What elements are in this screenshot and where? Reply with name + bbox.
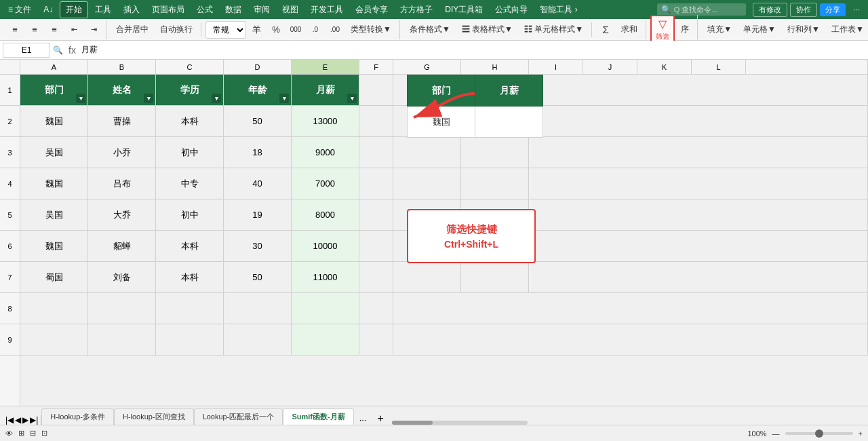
filter-arrow-B1[interactable]: ▾ bbox=[144, 94, 153, 103]
filter-arrow-E1[interactable]: ▾ bbox=[347, 94, 357, 103]
indent-dec-btn[interactable]: ⇤ bbox=[64, 20, 83, 39]
worksheet-btn[interactable]: 工作表▼ bbox=[826, 22, 868, 37]
cell-D7[interactable]: 50 bbox=[224, 262, 292, 293]
zoom-slider-thumb[interactable] bbox=[815, 429, 823, 438]
menu-ffgz[interactable]: 方方格子 bbox=[395, 2, 438, 18]
menu-page-layout[interactable]: 页面布局 bbox=[146, 2, 190, 18]
row-col-btn[interactable]: 行和列▼ bbox=[782, 22, 825, 37]
menu-hamburger[interactable]: ≡ 文件 bbox=[3, 2, 37, 18]
table-style-btn[interactable]: ☰ 表格样式▼ bbox=[456, 22, 518, 37]
share-btn[interactable]: 分享 bbox=[820, 3, 846, 16]
tab-last-btn[interactable]: ▶| bbox=[30, 415, 38, 425]
cell-D3[interactable]: 18 bbox=[224, 137, 292, 168]
cell-B6[interactable]: 貂蝉 bbox=[88, 231, 156, 262]
decimal-sub-btn[interactable]: .00 bbox=[326, 20, 344, 39]
tab-next-btn[interactable]: ▶ bbox=[22, 415, 28, 425]
cell-A9[interactable] bbox=[20, 324, 88, 356]
cell-B9[interactable] bbox=[88, 324, 156, 356]
cell-E5[interactable]: 8000 bbox=[292, 199, 359, 231]
menu-data[interactable]: 数据 bbox=[220, 2, 247, 18]
has-edit-btn[interactable]: 有修改 bbox=[753, 3, 787, 17]
zoom-slider-track[interactable] bbox=[785, 432, 853, 435]
cell-D2[interactable]: 50 bbox=[224, 106, 292, 137]
indent-inc-btn[interactable]: ⇥ bbox=[84, 20, 103, 39]
menu-dev-tools[interactable]: 开发工具 bbox=[305, 2, 349, 18]
tab-hlookup-multi[interactable]: H-lookup-多条件 bbox=[41, 408, 114, 425]
collaborate-btn[interactable]: 协作 bbox=[790, 3, 817, 17]
cell-style-btn[interactable]: ☷ 单元格样式▼ bbox=[519, 22, 589, 37]
cell-A7[interactable]: 蜀国 bbox=[20, 262, 88, 293]
cell-B8[interactable] bbox=[88, 293, 156, 324]
percent-btn[interactable]: % bbox=[267, 20, 285, 39]
cell-C3[interactable]: 初中 bbox=[156, 137, 224, 168]
menu-start[interactable]: 开始 bbox=[60, 1, 88, 18]
align-right-btn[interactable]: ≡ bbox=[45, 20, 64, 39]
more-menu-btn[interactable]: ··· bbox=[848, 4, 865, 15]
wrap-text-btn[interactable]: 自动换行 bbox=[155, 22, 198, 37]
cell-C8[interactable] bbox=[156, 293, 224, 324]
menu-review[interactable]: 审阅 bbox=[248, 2, 275, 18]
cell-C9[interactable] bbox=[156, 324, 224, 356]
filter-arrow-D1[interactable]: ▾ bbox=[279, 94, 289, 103]
cell-A8[interactable] bbox=[20, 293, 88, 324]
yuan-btn[interactable]: 羊 bbox=[247, 20, 266, 39]
cell-D5[interactable]: 19 bbox=[224, 199, 292, 231]
cell-B2[interactable]: 曹操 bbox=[88, 106, 156, 137]
merge-center-btn[interactable]: 合并居中 bbox=[111, 22, 154, 37]
cell-A3[interactable]: 吴国 bbox=[20, 137, 88, 168]
cell-E6[interactable]: 10000 bbox=[292, 231, 359, 262]
filter-arrow-C1[interactable]: ▾ bbox=[212, 94, 221, 103]
cell-C4[interactable]: 中专 bbox=[156, 168, 224, 199]
menu-format[interactable]: A↓ bbox=[38, 3, 58, 16]
cell-E8[interactable] bbox=[292, 293, 359, 324]
cell-C2[interactable]: 本科 bbox=[156, 106, 224, 137]
find-replace-btn[interactable]: 求和 bbox=[616, 22, 643, 37]
menu-member[interactable]: 会员专享 bbox=[350, 2, 393, 18]
cell-C1[interactable]: 学历 ▾ bbox=[156, 75, 224, 106]
cell-D1[interactable]: 年龄 ▾ bbox=[224, 75, 292, 106]
cell-D4[interactable]: 40 bbox=[224, 168, 292, 199]
filter-btn[interactable]: ▽ 筛选 bbox=[650, 15, 675, 44]
cell-B7[interactable]: 刘备 bbox=[88, 262, 156, 293]
menu-diy[interactable]: DIY工具箱 bbox=[439, 2, 488, 18]
cell-reference-input[interactable] bbox=[3, 43, 50, 58]
search-input[interactable] bbox=[674, 5, 742, 14]
cell-B1[interactable]: 姓名 ▾ bbox=[88, 75, 156, 106]
tab-sumif-salary[interactable]: Sumif函数-月薪 bbox=[283, 408, 353, 425]
cell-A2[interactable]: 魏国 bbox=[20, 106, 88, 137]
tab-hlookup-range[interactable]: H-lookup-区间查找 bbox=[114, 408, 194, 425]
menu-formula-guide[interactable]: 公式向导 bbox=[490, 2, 533, 18]
cell-A1[interactable]: 部门 ▾ bbox=[20, 75, 88, 106]
cell-E9[interactable] bbox=[292, 324, 359, 356]
decimal-add-btn[interactable]: .0 bbox=[306, 20, 325, 39]
number-format-select[interactable]: 常规 bbox=[205, 21, 246, 39]
cell-A4[interactable]: 魏国 bbox=[20, 168, 88, 199]
cell-A6[interactable]: 魏国 bbox=[20, 231, 88, 262]
cell-E3[interactable]: 9000 bbox=[292, 137, 359, 168]
conditional-format-btn[interactable]: 条件格式▼ bbox=[404, 22, 456, 37]
cell-A5[interactable]: 吴国 bbox=[20, 199, 88, 231]
menu-search-bar[interactable]: 🔍 bbox=[657, 3, 746, 16]
align-left-btn[interactable]: ≡ bbox=[5, 20, 24, 39]
cell-B4[interactable]: 吕布 bbox=[88, 168, 156, 199]
tab-add-btn[interactable]: + bbox=[372, 413, 389, 425]
menu-tools[interactable]: 工具 bbox=[90, 2, 117, 18]
sort-btn[interactable]: 序 bbox=[675, 22, 694, 37]
cell-D9[interactable] bbox=[224, 324, 292, 356]
cell-D6[interactable]: 30 bbox=[224, 231, 292, 262]
type-convert-btn[interactable]: 类型转换▼ bbox=[345, 22, 397, 37]
menu-ai-tools[interactable]: 智能工具 › bbox=[534, 2, 583, 18]
tab-first-btn[interactable]: |◀ bbox=[5, 415, 14, 425]
align-center-btn[interactable]: ≡ bbox=[25, 20, 44, 39]
cell-E4[interactable]: 7000 bbox=[292, 168, 359, 199]
tab-lookup-last[interactable]: Lookup-匹配最后一个 bbox=[194, 408, 283, 425]
cell-C6[interactable]: 本科 bbox=[156, 231, 224, 262]
zoom-out-btn[interactable]: — bbox=[772, 429, 780, 438]
cell-E1[interactable]: 月薪 ▾ bbox=[292, 75, 359, 106]
thousand-btn[interactable]: 000 bbox=[286, 20, 305, 39]
cell-format-btn[interactable]: 单元格▼ bbox=[738, 22, 781, 37]
tab-more-btn[interactable]: ··· bbox=[354, 415, 372, 425]
menu-insert[interactable]: 插入 bbox=[118, 2, 145, 18]
cell-E7[interactable]: 11000 bbox=[292, 262, 359, 293]
menu-view[interactable]: 视图 bbox=[277, 2, 304, 18]
